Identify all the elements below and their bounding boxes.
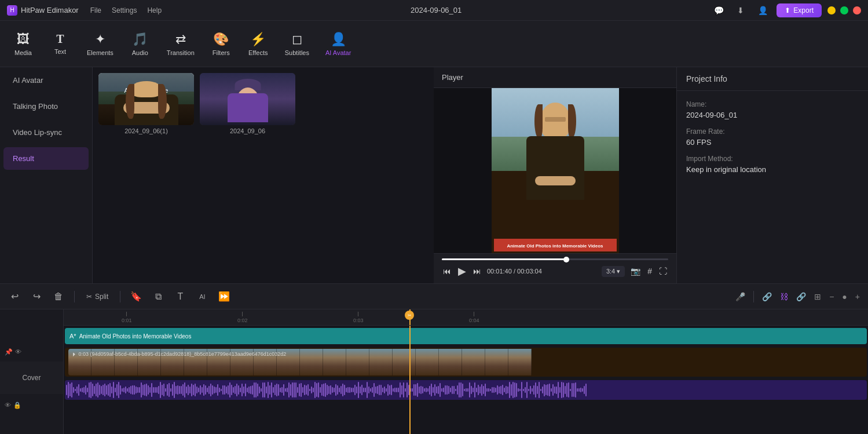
waveform-bar (92, 384, 93, 396)
waveform-bar (507, 386, 508, 393)
minimize-button[interactable]: − (827, 6, 836, 14)
bookmark-button[interactable]: 🔖 (127, 288, 145, 305)
fit-button[interactable]: ⊞ (812, 290, 823, 304)
toolbar-elements[interactable]: ✦ Elements (80, 27, 120, 61)
skip-forward-button[interactable]: ⏭ (472, 265, 482, 277)
nav-result[interactable]: Result (3, 147, 89, 170)
waveform-bar (132, 385, 133, 395)
waveform-bar (307, 384, 309, 396)
undo-button[interactable]: ↩ (6, 288, 23, 305)
chat-icon[interactable]: 💬 (710, 2, 727, 19)
nav-talking-photo[interactable]: Talking Photo (3, 95, 89, 118)
track-pin-icon[interactable]: 📌 (5, 348, 13, 356)
timeline-toolbar-right: 🎤 🔗 ⛓ 🔗 ⊞ − ● + (733, 290, 862, 304)
waveform-bar (537, 386, 538, 394)
waveform-bar (566, 383, 567, 397)
speed-button[interactable]: ⏩ (215, 288, 233, 305)
zoom-out-button[interactable]: − (827, 290, 836, 304)
skip-back-button[interactable]: ⏮ (442, 265, 452, 277)
unlink-mode-button[interactable]: ⛓ (778, 290, 790, 304)
screenshot-button[interactable]: 📷 (629, 265, 642, 277)
waveform-bar (177, 385, 178, 395)
text-track-button[interactable]: T (171, 288, 189, 305)
waveform-bar (285, 388, 286, 392)
toolbar-subtitles[interactable]: ◻ Subtitles (278, 27, 316, 61)
toolbar-separator-1 (74, 291, 75, 302)
ai-button[interactable]: AI (193, 288, 211, 305)
toolbar-media[interactable]: 🖼 Media (6, 27, 41, 61)
user-icon[interactable]: 👤 (755, 2, 771, 19)
media-item-2[interactable]: 2024_09_06 (200, 73, 295, 134)
waveform-bar (585, 384, 587, 396)
waveform-bar (384, 386, 385, 394)
link-mode-button[interactable]: 🔗 (760, 290, 774, 304)
waveform-bar (412, 388, 413, 391)
waveform-bar (565, 386, 566, 395)
text-track[interactable]: A* Animate Old Photos into Memorable Vid… (64, 328, 868, 345)
redo-button[interactable]: ↪ (28, 288, 45, 305)
waveform-bar (373, 383, 375, 397)
media-thumb-2 (200, 73, 295, 125)
audio-eye-icon[interactable]: 👁 (5, 402, 11, 409)
play-button[interactable]: ▶ (457, 264, 467, 279)
waveform-bar (417, 383, 418, 397)
download-icon[interactable]: ⬇ (733, 2, 749, 19)
project-name-label: Name: (686, 100, 859, 108)
waveform-bar (236, 384, 237, 396)
thumb-19 (485, 349, 508, 375)
close-button[interactable]: × (853, 6, 861, 14)
waveform-bar (466, 388, 467, 392)
toolbar-ai-avatar[interactable]: 👤 AI Avatar (318, 27, 358, 61)
split-button[interactable]: ✂ Split (82, 290, 113, 303)
waveform-bar (219, 388, 220, 392)
grid-button[interactable]: # (646, 265, 653, 277)
waveform-bar (87, 388, 88, 393)
media-item-1[interactable]: Add to Timeline + 2024_09_06(1) (98, 73, 194, 134)
playhead-handle[interactable]: ✂ (405, 311, 414, 320)
waveform-bar (533, 385, 534, 394)
duplicate-button[interactable]: ⧉ (149, 288, 167, 305)
maximize-button[interactable]: □ (840, 6, 848, 14)
chain-button[interactable]: 🔗 (794, 290, 808, 304)
ratio-button[interactable]: 3:4 ▾ (602, 266, 625, 277)
video-track[interactable]: ⏵ 0:03 (94d059af-b5cd-4bda-b895-d1c2dad9… (64, 348, 868, 378)
nav-ai-avatar[interactable]: AI Avatar (3, 69, 89, 92)
nav-video-lipsync[interactable]: Video Lip-sync (3, 121, 89, 144)
thumb-18 (462, 349, 485, 375)
toolbar-transition[interactable]: ⇄ Transition (160, 27, 202, 61)
zoom-dot-button[interactable]: ● (840, 290, 849, 304)
waveform-bar (415, 384, 416, 395)
timeline-ruler[interactable]: 0:01 0:02 0:03 0:04 ✂ (64, 309, 868, 326)
waveform-bar (165, 388, 166, 391)
waveform-bar (485, 384, 486, 396)
toolbar-text[interactable]: T Text (43, 28, 78, 60)
menu-settings[interactable]: Settings (112, 6, 137, 14)
waveform-bar (354, 385, 356, 395)
menu-file[interactable]: File (90, 6, 101, 14)
toolbar-filters[interactable]: 🎨 Filters (204, 27, 239, 61)
waveform-bar (295, 382, 296, 397)
waveform-bar (495, 388, 496, 392)
waveform-bar (486, 388, 488, 392)
export-button[interactable]: ⬆ Export (777, 3, 822, 17)
toolbar-audio[interactable]: 🎵 Audio (123, 27, 158, 61)
waveform-bar (125, 386, 126, 393)
playhead-line[interactable] (409, 326, 411, 434)
mic-button[interactable]: 🎤 (733, 290, 748, 304)
zoom-in-button[interactable]: + (853, 290, 862, 304)
audio-mute-icon[interactable]: 🔒 (13, 402, 21, 409)
progress-bar[interactable] (442, 258, 668, 260)
waveform-bar (316, 383, 317, 397)
toolbar-effects[interactable]: ⚡ Effects (241, 27, 276, 61)
audio-track[interactable] (64, 380, 868, 401)
main-content: AI Avatar Talking Photo Video Lip-sync R… (0, 67, 868, 283)
video-track-label: ⏵ 0:03 (94d059af-b5cd-4bda-b895-d1c2dad9… (72, 351, 286, 357)
waveform-bar (158, 386, 159, 395)
fullscreen-button[interactable]: ⛶ (658, 265, 668, 277)
waveform-bar (327, 385, 328, 395)
track-eye-icon[interactable]: 👁 (15, 348, 21, 355)
import-method-value: Keep in original location (686, 165, 859, 174)
delete-button[interactable]: 🗑 (50, 288, 67, 305)
waveform-bar (245, 384, 246, 396)
menu-help[interactable]: Help (147, 6, 162, 14)
